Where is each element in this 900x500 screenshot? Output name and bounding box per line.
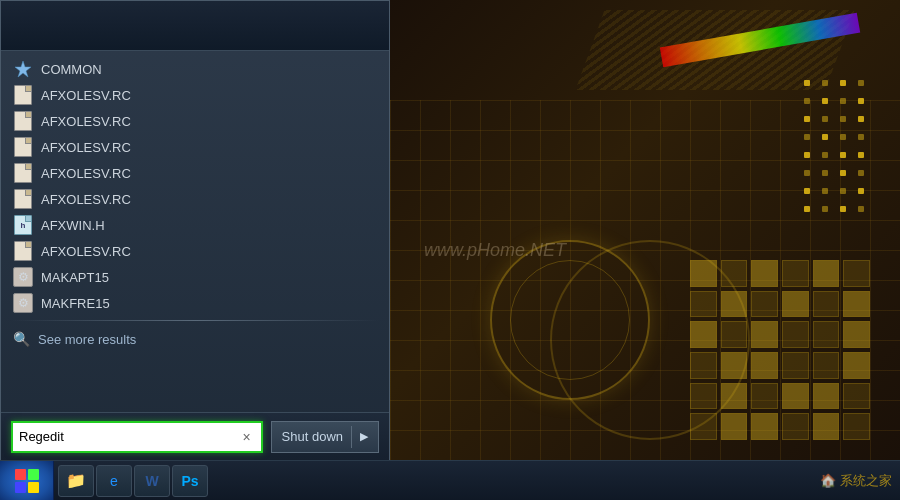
word-icon: W [145, 473, 158, 489]
list-item[interactable]: AFXOLESV.RC [1, 238, 389, 264]
start-menu-header [1, 1, 389, 51]
grid-cell [843, 413, 870, 440]
grid-cell [690, 321, 717, 348]
file-item-name: AFXOLESV.RC [41, 192, 131, 207]
grid-cell [813, 413, 840, 440]
list-item[interactable]: hAFXWIN.H [1, 212, 389, 238]
dot [822, 152, 828, 158]
dot [840, 116, 846, 122]
see-more-label: See more results [38, 332, 136, 347]
rc-file-icon [13, 85, 33, 105]
gear-file-icon: ⚙ [13, 267, 33, 287]
grid-cell [782, 352, 809, 379]
yellow-grid-panel [690, 260, 870, 440]
rc-file-icon [13, 163, 33, 183]
dot [804, 116, 810, 122]
grid-cell [721, 291, 748, 318]
shutdown-arrow-button[interactable]: ▶ [351, 426, 368, 448]
dot [840, 188, 846, 194]
rc-file-icon [13, 137, 33, 157]
svg-rect-3 [15, 482, 26, 493]
rc-file-icon [13, 189, 33, 209]
grid-cell [813, 260, 840, 287]
list-item[interactable]: ⚙MAKFRE15 [1, 290, 389, 316]
svg-rect-2 [28, 469, 39, 480]
grid-cell [813, 383, 840, 410]
file-item-name: AFXOLESV.RC [41, 114, 131, 129]
start-menu: COMMON AFXOLESV.RCAFXOLESV.RCAFXOLESV.RC… [0, 0, 390, 460]
taskbar-items: 📁 e W Ps [54, 465, 812, 497]
yellow-dots-grid [804, 80, 870, 218]
dot [840, 206, 846, 212]
grid-cell [690, 291, 717, 318]
grid-cell [690, 383, 717, 410]
dot [858, 152, 864, 158]
list-item[interactable]: AFXOLESV.RC [1, 108, 389, 134]
bg-decoration [390, 0, 900, 460]
file-item-name: AFXOLESV.RC [41, 166, 131, 181]
dot [858, 188, 864, 194]
dot [858, 98, 864, 104]
file-item-name: AFXOLESV.RC [41, 244, 131, 259]
grid-cell [721, 321, 748, 348]
grid-cell [782, 291, 809, 318]
grid-cell [843, 321, 870, 348]
grid-cell [751, 321, 778, 348]
list-item[interactable]: AFXOLESV.RC [1, 134, 389, 160]
search-input[interactable] [19, 429, 238, 444]
list-item-common[interactable]: COMMON [1, 56, 389, 82]
dot [804, 206, 810, 212]
menu-divider [11, 320, 379, 321]
search-icon: 🔍 [13, 331, 30, 347]
dot [822, 134, 828, 140]
system-tray: 🏠 系统之家 [812, 472, 900, 490]
dot [840, 98, 846, 104]
grid-cell [782, 413, 809, 440]
list-item[interactable]: AFXOLESV.RC [1, 186, 389, 212]
dot [822, 116, 828, 122]
taskbar-button-folder[interactable]: 📁 [58, 465, 94, 497]
grid-cell [813, 321, 840, 348]
dot [840, 170, 846, 176]
dot [822, 188, 828, 194]
dot [822, 170, 828, 176]
file-item-name: MAKFRE15 [41, 296, 110, 311]
list-item[interactable]: ⚙MAKAPT15 [1, 264, 389, 290]
shutdown-button[interactable]: Shut down ▶ [271, 421, 379, 453]
dot [858, 134, 864, 140]
tray-logo: 🏠 系统之家 [820, 472, 892, 490]
dot [858, 116, 864, 122]
file-item-name: AFXOLESV.RC [41, 140, 131, 155]
grid-cell [782, 260, 809, 287]
taskbar: 📁 e W Ps 🏠 系统之家 [0, 460, 900, 500]
dot [858, 80, 864, 86]
grid-cell [751, 291, 778, 318]
file-item-name: MAKAPT15 [41, 270, 109, 285]
grid-cell [721, 260, 748, 287]
dot [804, 188, 810, 194]
search-input-wrapper: × [11, 421, 263, 453]
ie-icon: e [110, 473, 118, 489]
svg-marker-0 [15, 61, 31, 77]
taskbar-button-word[interactable]: W [134, 465, 170, 497]
shutdown-label: Shut down [282, 429, 343, 444]
common-icon [13, 59, 33, 79]
see-more-results[interactable]: 🔍 See more results [1, 325, 389, 353]
taskbar-button-ps[interactable]: Ps [172, 465, 208, 497]
list-item[interactable]: AFXOLESV.RC [1, 82, 389, 108]
rc-file-icon [13, 111, 33, 131]
gear-file-icon: ⚙ [13, 293, 33, 313]
dot [822, 98, 828, 104]
file-list: COMMON AFXOLESV.RCAFXOLESV.RCAFXOLESV.RC… [1, 51, 389, 412]
dot [858, 170, 864, 176]
grid-cell [843, 291, 870, 318]
search-clear-button[interactable]: × [238, 427, 254, 447]
dot [822, 206, 828, 212]
grid-cell [843, 352, 870, 379]
grid-cell [721, 352, 748, 379]
taskbar-button-ie[interactable]: e [96, 465, 132, 497]
dot [840, 152, 846, 158]
grid-cell [813, 352, 840, 379]
list-item[interactable]: AFXOLESV.RC [1, 160, 389, 186]
start-button[interactable] [0, 461, 54, 501]
